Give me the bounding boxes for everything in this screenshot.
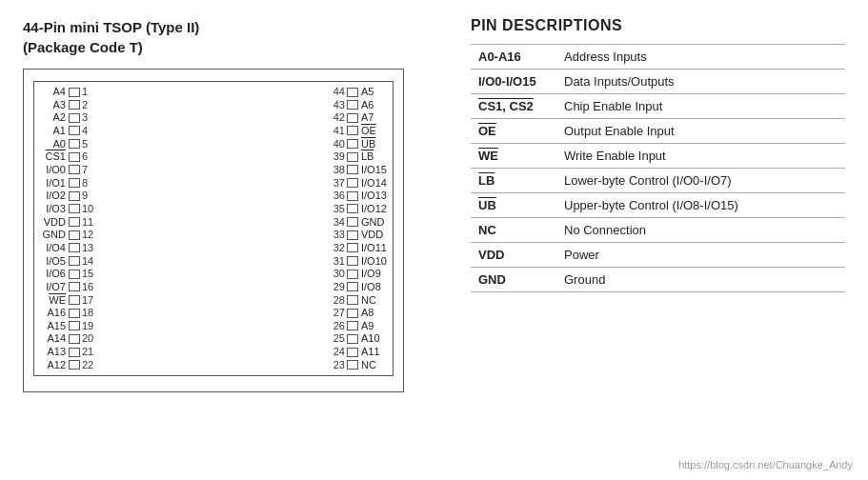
pin-label: CS1 bbox=[36, 151, 69, 162]
pin-number: 40 bbox=[330, 139, 347, 150]
pin-box bbox=[347, 348, 358, 357]
pin-label: A4 bbox=[36, 87, 69, 97]
pin-number: 19 bbox=[80, 321, 97, 331]
left-panel: 44-Pin mini TSOP (Type II)(Package Code … bbox=[23, 17, 433, 392]
pin-number: 5 bbox=[80, 139, 97, 150]
right-pin-row: I/O1336 bbox=[213, 190, 393, 202]
pin-box bbox=[69, 165, 80, 174]
pin-box bbox=[69, 178, 80, 188]
pin-descriptions-table: A0-A16Address InputsI/O0-I/O15Data Input… bbox=[471, 44, 845, 292]
left-pin-row: A1519 bbox=[34, 320, 213, 332]
pin-label: GND bbox=[36, 230, 69, 240]
pin-number: 18 bbox=[80, 308, 97, 318]
left-pin-row: CS16 bbox=[34, 150, 213, 163]
pin-number: 29 bbox=[330, 282, 347, 292]
pin-box bbox=[347, 139, 358, 149]
pin-box bbox=[347, 217, 358, 227]
pin-box bbox=[347, 295, 358, 305]
desc-signal: A0-A16 bbox=[471, 45, 556, 70]
left-pin-row: I/O615 bbox=[34, 268, 213, 280]
right-pin-row: I/O1437 bbox=[213, 177, 393, 190]
pin-box bbox=[347, 282, 358, 291]
desc-signal: UB bbox=[471, 193, 556, 218]
left-pins-column: A41A32A23A14A05CS16I/O07I/O18I/O29I/O310… bbox=[34, 82, 213, 375]
desc-row: CS1, CS2Chip Enable Input bbox=[471, 94, 845, 119]
right-pin-row: A1025 bbox=[213, 332, 393, 345]
desc-description: Lower-byte Control (I/O0-I/O7) bbox=[556, 169, 845, 193]
pin-box bbox=[347, 321, 358, 330]
pin-number: 10 bbox=[80, 204, 97, 214]
pin-box bbox=[347, 178, 358, 188]
pin-box bbox=[69, 100, 80, 110]
left-pin-row: WE17 bbox=[34, 294, 213, 307]
left-pin-row: A41 bbox=[34, 86, 213, 98]
left-pin-row: I/O716 bbox=[34, 281, 213, 293]
pin-box bbox=[69, 217, 80, 227]
desc-signal: VDD bbox=[471, 243, 556, 268]
pin-number: 14 bbox=[80, 256, 97, 267]
pin-number: 23 bbox=[330, 360, 347, 370]
pin-label: A3 bbox=[36, 100, 69, 110]
right-pin-row: GND34 bbox=[213, 216, 393, 229]
pin-number: 15 bbox=[80, 269, 97, 279]
right-pin-row: I/O930 bbox=[213, 268, 393, 280]
pin-number: 38 bbox=[330, 165, 347, 175]
pin-number: 39 bbox=[330, 151, 347, 162]
left-pin-row: I/O310 bbox=[34, 203, 213, 215]
left-pin-row: GND12 bbox=[34, 229, 213, 241]
pin-box bbox=[69, 88, 80, 97]
pin-label: A7 bbox=[358, 112, 391, 123]
left-pin-row: A14 bbox=[34, 125, 213, 137]
pin-label: WE bbox=[36, 295, 69, 306]
pin-box bbox=[69, 309, 80, 318]
pin-label: A10 bbox=[358, 333, 391, 344]
desc-description: Output Enable Input bbox=[556, 119, 845, 144]
pin-number: 32 bbox=[330, 243, 347, 253]
main-container: 44-Pin mini TSOP (Type II)(Package Code … bbox=[23, 17, 845, 392]
pin-label: I/O5 bbox=[36, 256, 69, 267]
left-pin-row: A1222 bbox=[34, 359, 213, 371]
pin-number: 25 bbox=[330, 333, 347, 344]
pin-number: 20 bbox=[80, 333, 97, 344]
right-pin-row: A742 bbox=[213, 111, 393, 124]
desc-row: WEWrite Enable Input bbox=[471, 144, 845, 169]
desc-signal: CS1, CS2 bbox=[471, 94, 556, 119]
desc-description: Ground bbox=[556, 268, 845, 292]
left-pin-row: A1321 bbox=[34, 346, 213, 358]
left-pin-row: I/O07 bbox=[34, 164, 213, 176]
pin-box bbox=[347, 270, 358, 279]
chip-diagram: A41A32A23A14A05CS16I/O07I/O18I/O29I/O310… bbox=[23, 69, 404, 392]
right-pin-row: A1124 bbox=[213, 346, 393, 358]
pin-box bbox=[347, 256, 358, 266]
pin-box bbox=[69, 152, 80, 162]
right-pin-row: NC23 bbox=[213, 359, 393, 371]
right-pin-row: A926 bbox=[213, 320, 393, 332]
pin-label: VDD bbox=[358, 230, 391, 240]
pin-box bbox=[69, 282, 80, 291]
pin-number: 1 bbox=[80, 87, 97, 97]
pin-label: LB bbox=[358, 151, 391, 162]
left-pin-row: I/O18 bbox=[34, 177, 213, 190]
pin-label: NC bbox=[358, 295, 391, 306]
desc-signal: WE bbox=[471, 144, 556, 169]
pin-number: 11 bbox=[80, 217, 97, 228]
desc-description: Chip Enable Input bbox=[556, 94, 845, 119]
pin-label: A11 bbox=[358, 347, 391, 357]
right-pin-row: I/O1132 bbox=[213, 242, 393, 254]
pin-box bbox=[347, 152, 358, 162]
pin-box bbox=[347, 113, 358, 123]
right-pin-row: LB39 bbox=[213, 150, 393, 163]
pin-number: 22 bbox=[80, 360, 97, 370]
right-pin-row: VDD33 bbox=[213, 229, 393, 241]
right-pin-row: UB40 bbox=[213, 138, 393, 150]
pin-label: A16 bbox=[36, 308, 69, 318]
pin-box bbox=[347, 126, 358, 135]
pin-box bbox=[347, 243, 358, 252]
pin-number: 8 bbox=[80, 178, 97, 189]
pin-label: I/O7 bbox=[36, 282, 69, 292]
pin-label: A9 bbox=[358, 321, 391, 331]
desc-description: Address Inputs bbox=[556, 45, 845, 70]
right-pin-row: A643 bbox=[213, 99, 393, 111]
pin-box bbox=[69, 113, 80, 123]
pin-label: A13 bbox=[36, 347, 69, 357]
